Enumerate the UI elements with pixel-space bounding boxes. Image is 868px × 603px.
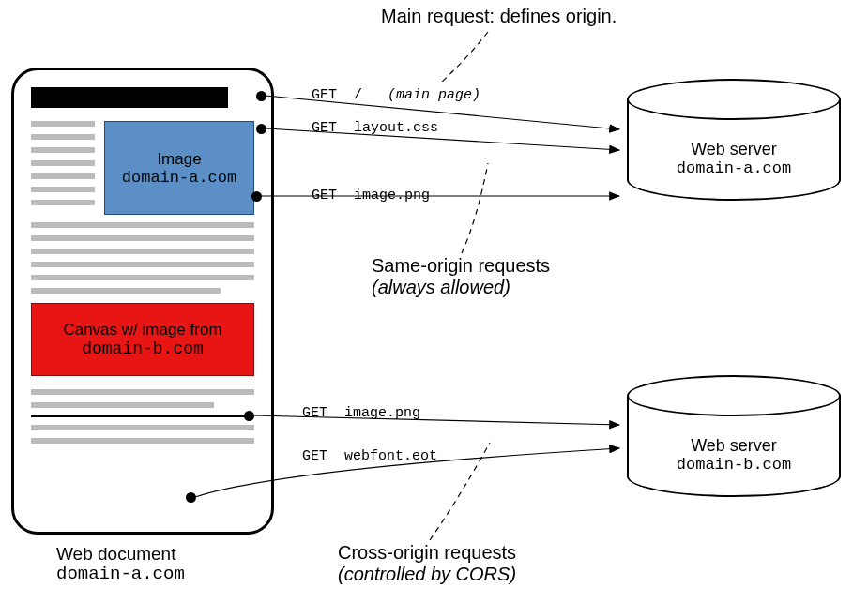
origin-dot [256,124,266,134]
req-method: GET [302,448,327,464]
image-box-label: Image [157,150,201,169]
req-method: GET [312,188,337,204]
origin-dot [251,191,262,202]
annotation-main-request-text: Main request: defines origin. [381,6,617,26]
text-line [31,425,254,430]
canvas-box-label: Canvas w/ image from [63,321,221,339]
annotation-cross-origin-line2: (controlled by CORS) [338,564,516,585]
diagram-stage: Main request: defines origin. Image doma… [0,0,868,603]
doc-upper-section: Image domain-a.com [31,121,254,215]
text-line [31,389,254,395]
web-document: Image domain-a.com Canvas w/ image from … [11,68,274,535]
text-line [31,134,95,140]
text-line [31,160,95,166]
server-cylinder-icon: Web server domain-b.com [627,375,841,497]
canvas-box: Canvas w/ image from domain-b.com [31,303,254,376]
text-line [31,222,254,228]
req-path: webfont.eot [344,448,437,464]
server-a-label: Web server [691,140,777,159]
req-note: (main page) [388,87,480,103]
request-image-b: GET image.png [300,405,422,421]
text-line [31,121,95,127]
text-line [31,262,254,267]
text-line [31,200,95,205]
server-b-label: Web server [691,436,777,456]
origin-dot [186,492,196,503]
req-path: layout.css [354,120,438,136]
req-path: image.png [344,405,420,421]
req-method: GET [302,405,327,421]
origin-dot [244,411,254,421]
text-line [31,147,95,153]
annotation-cross-origin-line1: Cross-origin requests [338,542,516,564]
text-line [31,402,214,408]
image-box-domain: domain-a.com [122,169,236,187]
doc-divider [31,415,254,417]
text-line [31,249,254,254]
annotation-same-origin-line2: (always allowed) [372,277,550,298]
text-line [31,288,221,294]
request-layout-css: GET layout.css [310,120,440,136]
text-line [31,187,95,192]
req-path: image.png [354,188,430,204]
server-cylinder-icon: Web server domain-a.com [627,79,841,201]
request-image-a: GET image.png [310,188,432,204]
req-path: / [354,87,362,103]
doc-titlebar [31,87,228,108]
server-b-domain: domain-b.com [677,456,791,474]
canvas-box-domain: domain-b.com [82,339,204,358]
image-box: Image domain-a.com [104,121,254,215]
annotation-same-origin: Same-origin requests (always allowed) [372,255,550,298]
text-line [31,438,254,444]
annotation-main-request: Main request: defines origin. [381,6,617,27]
origin-dot [256,91,266,101]
req-method: GET [312,120,337,136]
annotation-cross-origin: Cross-origin requests (controlled by COR… [338,542,516,585]
request-main-page: GET / (main page) [310,87,482,103]
doc-caption: Web document domain-a.com [56,544,185,585]
text-line [31,235,254,241]
text-line [31,173,95,179]
server-a-domain: domain-a.com [677,159,791,177]
request-webfont: GET webfont.eot [300,448,439,464]
server-domain-b: Web server domain-b.com [627,375,841,497]
req-method: GET [312,87,337,103]
doc-caption-domain: domain-a.com [56,565,185,585]
annotation-same-origin-line1: Same-origin requests [372,255,550,277]
text-line [31,275,254,280]
doc-caption-line1: Web document [56,544,185,565]
server-domain-a: Web server domain-a.com [627,79,841,201]
